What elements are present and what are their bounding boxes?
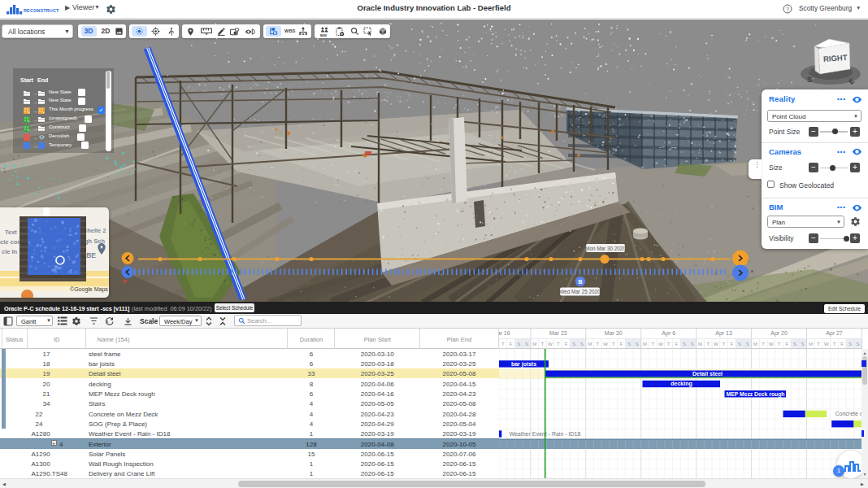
- svg-text:S: S: [572, 342, 575, 346]
- svg-text:T: T: [501, 342, 505, 346]
- svg-text:F: F: [730, 342, 733, 346]
- svg-text:W: W: [714, 342, 718, 346]
- svg-text:F: F: [509, 342, 512, 346]
- svg-text:M: M: [808, 342, 812, 346]
- svg-text:S: S: [517, 342, 520, 346]
- svg-text:S: S: [738, 342, 741, 346]
- svg-text:T: T: [651, 342, 654, 346]
- svg-text:M: M: [698, 342, 702, 346]
- svg-text:W: W: [603, 342, 608, 346]
- svg-text:Concrete on Mezz: Concrete on Mezz: [835, 411, 861, 416]
- svg-text:S: S: [683, 342, 686, 346]
- svg-text:W: W: [548, 342, 553, 346]
- svg-text:Apr 13: Apr 13: [715, 330, 732, 337]
- svg-text:T: T: [777, 342, 780, 346]
- svg-text:S: S: [579, 342, 583, 346]
- svg-text:S: S: [627, 342, 631, 346]
- svg-text:B: B: [578, 279, 582, 285]
- svg-text:T: T: [666, 342, 670, 346]
- svg-text:S: S: [792, 342, 796, 346]
- svg-text:Mar 16: Mar 16: [499, 330, 510, 336]
- svg-text:S: S: [635, 342, 638, 346]
- svg-text:Detail steel: Detail steel: [692, 370, 723, 376]
- svg-text:W: W: [823, 342, 828, 346]
- svg-text:M: M: [588, 342, 592, 346]
- svg-text:F: F: [564, 342, 567, 346]
- svg-text:BIM: BIM: [320, 33, 327, 37]
- svg-text:F: F: [785, 342, 788, 346]
- svg-text:decking: decking: [671, 381, 692, 387]
- svg-text:S: S: [745, 342, 749, 346]
- svg-text:M: M: [532, 342, 536, 346]
- svg-text:S: S: [848, 342, 851, 346]
- svg-text:M: M: [753, 342, 757, 346]
- svg-text:T: T: [722, 342, 725, 346]
- svg-text:Apr 27: Apr 27: [826, 330, 843, 337]
- svg-text:5: 5: [106, 320, 109, 324]
- svg-text:T: T: [596, 342, 599, 346]
- svg-text:Wed Mar 25 2020: Wed Mar 25 2020: [560, 289, 601, 294]
- svg-text:T: T: [540, 342, 544, 346]
- svg-text:S: S: [807, 76, 812, 84]
- svg-text:Apr 6: Apr 6: [662, 330, 675, 337]
- svg-text:F: F: [675, 342, 678, 346]
- svg-text:bar joists: bar joists: [510, 360, 536, 367]
- svg-text:T: T: [706, 342, 710, 346]
- svg-text:W: W: [769, 342, 774, 346]
- svg-text:F: F: [619, 342, 623, 346]
- svg-text:Mar 30: Mar 30: [604, 330, 622, 336]
- svg-text:Mar 23: Mar 23: [549, 330, 566, 336]
- svg-text:T: T: [557, 342, 560, 346]
- svg-text:T: T: [762, 342, 765, 346]
- svg-text:S: S: [801, 342, 804, 346]
- svg-text:S: S: [856, 342, 859, 346]
- svg-text:T: T: [611, 342, 614, 346]
- svg-text:Mon Mar 30 2020: Mon Mar 30 2020: [585, 246, 626, 251]
- svg-text:MEP Mezz Deck rough: MEP Mezz Deck rough: [726, 390, 784, 397]
- svg-text:M: M: [643, 342, 647, 346]
- svg-text:F: F: [840, 342, 844, 346]
- svg-text:S: S: [525, 342, 528, 346]
- svg-text:RIGHT: RIGHT: [823, 53, 848, 63]
- svg-text:Apr 20: Apr 20: [770, 330, 788, 337]
- svg-text:?: ?: [786, 7, 789, 12]
- svg-text:W: W: [658, 342, 663, 346]
- svg-text:T: T: [817, 342, 820, 346]
- svg-text:S: S: [690, 342, 693, 346]
- svg-text:T: T: [832, 342, 835, 346]
